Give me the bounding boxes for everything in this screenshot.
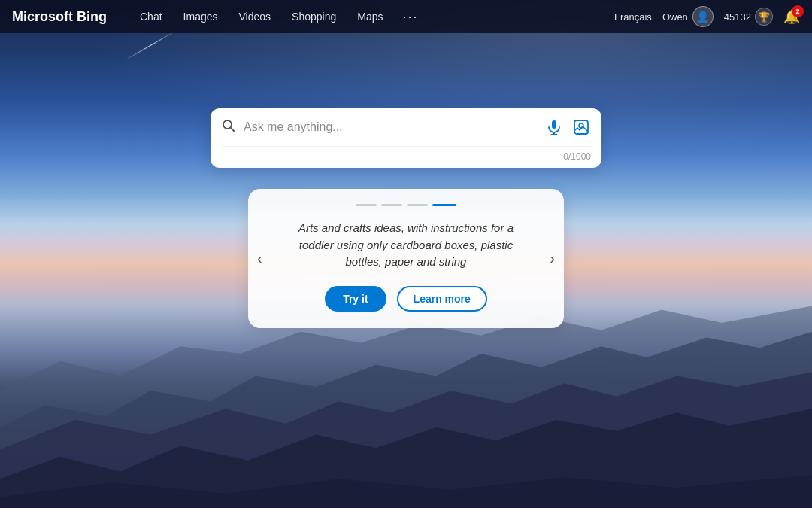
learn-more-button[interactable]: Learn more — [397, 286, 487, 312]
nav-item-videos[interactable]: Videos — [230, 6, 280, 27]
brand-logo: Microsoft Bing — [12, 9, 107, 25]
user-avatar: 👤 — [692, 6, 714, 27]
try-it-button[interactable]: Try it — [325, 286, 386, 312]
nav-more-button[interactable]: ··· — [395, 6, 426, 28]
indicator-4-active — [432, 204, 456, 206]
points-display[interactable]: 45132 🏆 — [724, 8, 773, 26]
notification-badge: 2 — [792, 5, 804, 17]
svg-point-5 — [223, 120, 232, 129]
indicator-3 — [407, 204, 428, 206]
svg-line-6 — [231, 128, 235, 132]
language-selector[interactable]: Français — [614, 11, 652, 23]
main-content: 0/1000 ‹ Arts and crafts ideas, with ins… — [0, 33, 812, 508]
char-count: 0/1000 — [211, 147, 601, 168]
suggestion-text: Arts and crafts ideas, with instructions… — [287, 220, 525, 271]
nav-item-shopping[interactable]: Shopping — [283, 6, 345, 27]
search-input-row — [211, 108, 601, 146]
nav-item-chat[interactable]: Chat — [131, 6, 171, 27]
image-search-button[interactable] — [571, 117, 591, 137]
indicator-2 — [381, 204, 402, 206]
username-label: Owen — [662, 11, 688, 23]
svg-rect-10 — [574, 120, 588, 134]
nav-item-maps[interactable]: Maps — [348, 6, 392, 27]
card-action-buttons: Try it Learn more — [266, 286, 546, 312]
search-input[interactable] — [244, 120, 537, 134]
notifications-bell[interactable]: 🔔 2 — [783, 8, 800, 25]
points-value: 45132 — [724, 11, 751, 23]
microphone-button[interactable] — [544, 117, 564, 137]
search-icon — [221, 118, 236, 137]
user-menu[interactable]: Owen 👤 — [662, 6, 714, 27]
card-indicators — [266, 204, 546, 206]
nav-links: Chat Images Videos Shopping Maps ··· — [131, 6, 614, 28]
indicator-1 — [356, 204, 377, 206]
trophy-icon: 🏆 — [755, 8, 773, 26]
svg-rect-7 — [552, 120, 556, 129]
navbar: Microsoft Bing Chat Images Videos Shoppi… — [0, 0, 812, 33]
card-next-button[interactable]: › — [545, 245, 559, 272]
navbar-right: Français Owen 👤 45132 🏆 🔔 2 — [614, 6, 800, 27]
search-actions — [544, 117, 591, 137]
nav-item-images[interactable]: Images — [174, 6, 227, 27]
card-prev-button[interactable]: ‹ — [253, 245, 267, 272]
search-container: 0/1000 — [211, 108, 601, 168]
suggestion-card: ‹ Arts and crafts ideas, with instructio… — [248, 189, 564, 328]
